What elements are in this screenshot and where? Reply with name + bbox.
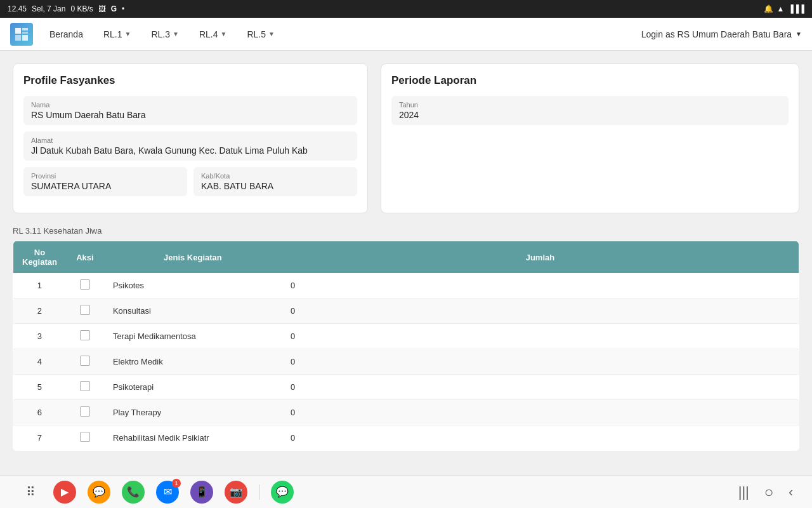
table-row: 7 Rehabilitasi Medik Psikiatr 0 <box>13 425 799 451</box>
row-jumlah: 0 <box>282 298 799 324</box>
alamat-label: Alamat <box>31 137 350 144</box>
row-aksi[interactable] <box>66 375 104 400</box>
nav-rl1[interactable]: RL.1 ▼ <box>100 27 134 42</box>
status-network: 0 KB/s <box>70 4 93 13</box>
popcorn-app-icon[interactable]: ▶ <box>53 481 76 504</box>
svg-rect-2 <box>22 32 28 34</box>
row-no: 4 <box>13 349 66 375</box>
row-checkbox[interactable] <box>80 279 90 290</box>
kab-value: KAB. BATU BARA <box>201 181 350 191</box>
period-card: Periode Laporan Tahun 2024 <box>381 64 799 213</box>
divider <box>259 485 259 500</box>
row-no: 5 <box>13 375 66 400</box>
camera-icon[interactable]: 📷 <box>225 481 247 504</box>
row-no: 6 <box>13 400 66 425</box>
whatsapp-icon[interactable]: 💬 <box>271 481 294 504</box>
svg-rect-0 <box>15 28 21 34</box>
row-aksi[interactable] <box>66 324 104 349</box>
col-jumlah: Jumlah <box>282 241 799 274</box>
row-jumlah: 0 <box>282 400 799 425</box>
wifi-icon: ▲ <box>777 4 785 13</box>
field-nama: Nama RS Umum Daerah Batu Bara <box>23 96 357 125</box>
nama-label: Nama <box>31 101 350 109</box>
login-info[interactable]: Login as RS Umum Daerah Batu Bara ▼ <box>641 29 802 39</box>
provinsi-label: Provinsi <box>31 172 180 180</box>
row-checkbox[interactable] <box>80 330 90 340</box>
main-content: Profile Fasyankes Nama RS Umum Daerah Ba… <box>0 51 812 475</box>
photo-icon: 🖼 <box>98 4 106 13</box>
svg-rect-1 <box>22 28 28 30</box>
chevron-down-icon: ▼ <box>796 30 802 37</box>
row-checkbox[interactable] <box>80 305 90 315</box>
row-jenis: Play Therapy <box>104 400 282 425</box>
status-bar: 12.45 Sel, 7 Jan 0 KB/s 🖼 G • 🔔 ▲ ▐▐▐ <box>0 0 812 18</box>
tahun-label: Tahun <box>399 101 781 109</box>
app-logo[interactable] <box>10 23 33 46</box>
home-button[interactable]: ○ <box>764 483 774 501</box>
field-alamat: Alamat Jl Datuk Kubah Batu Bara, Kwala G… <box>23 131 357 161</box>
col-no: No Kegiatan <box>13 241 66 274</box>
nav-beranda[interactable]: Beranda <box>46 27 87 42</box>
row-no: 3 <box>13 324 66 349</box>
row-checkbox[interactable] <box>80 356 90 366</box>
bottom-nav-controls: ||| ○ ‹ <box>738 483 793 501</box>
row-aksi[interactable] <box>66 349 104 375</box>
svg-rect-4 <box>22 35 28 41</box>
field-row-provinsi-kab: Provinsi SUMATERA UTARA Kab/Kota KAB. BA… <box>23 167 357 203</box>
messages-icon[interactable]: ✉ 1 <box>156 481 179 504</box>
table-row: 4 Elektro Medik 0 <box>13 349 799 375</box>
field-kab: Kab/Kota KAB. BATU BARA <box>193 167 357 196</box>
row-aksi[interactable] <box>66 425 104 451</box>
back-button[interactable]: ‹ <box>789 485 793 499</box>
bottom-bar: ⠿ ▶ 💬 📞 ✉ 1 📱 📷 💬 ||| ○ ‹ <box>0 475 812 508</box>
svg-rect-3 <box>15 35 21 41</box>
table-header-row: No Kegiatan Aksi Jenis Kegiatan Jumlah <box>13 241 799 274</box>
row-jenis: Psikotes <box>104 273 282 298</box>
grid-icon[interactable]: ⠿ <box>19 481 42 504</box>
row-jumlah: 0 <box>282 349 799 375</box>
recent-apps-button[interactable]: ||| <box>738 484 749 500</box>
chevron-down-icon: ▼ <box>220 30 226 37</box>
row-jenis: Rehabilitasi Medik Psikiatr <box>104 425 282 451</box>
row-jenis: Konsultasi <box>104 298 282 324</box>
nav-rl5[interactable]: RL.5 ▼ <box>243 27 278 42</box>
profile-card-title: Profile Fasyankes <box>23 74 357 87</box>
table-row: 3 Terapi Medikamentosa 0 <box>13 324 799 349</box>
field-provinsi: Provinsi SUMATERA UTARA <box>23 167 187 196</box>
cards-row: Profile Fasyankes Nama RS Umum Daerah Ba… <box>13 64 799 213</box>
row-jumlah: 0 <box>282 273 799 298</box>
chevron-down-icon: ▼ <box>173 30 179 37</box>
row-jumlah: 0 <box>282 425 799 451</box>
table-row: 2 Konsultasi 0 <box>13 298 799 324</box>
table-section: RL 3.11 Kesehatan Jiwa No Kegiatan Aksi … <box>13 226 799 451</box>
viber-icon[interactable]: 📱 <box>190 481 213 504</box>
row-jenis: Elektro Medik <box>104 349 282 375</box>
dot-menu-icon: • <box>122 4 124 13</box>
nav-rl4[interactable]: RL.4 ▼ <box>195 27 230 42</box>
period-card-title: Periode Laporan <box>391 74 789 87</box>
nama-value: RS Umum Daerah Batu Bara <box>31 110 350 120</box>
row-jumlah: 0 <box>282 324 799 349</box>
chat-orange-icon[interactable]: 💬 <box>88 481 110 504</box>
status-date: Sel, 7 Jan <box>32 4 65 13</box>
chevron-down-icon: ▼ <box>268 30 275 37</box>
table-row: 5 Psikoterapi 0 <box>13 375 799 400</box>
row-aksi[interactable] <box>66 400 104 425</box>
nav-rl3[interactable]: RL.3 ▼ <box>147 27 182 42</box>
row-checkbox[interactable] <box>80 381 90 391</box>
row-checkbox[interactable] <box>80 432 90 442</box>
row-aksi[interactable] <box>66 273 104 298</box>
signal-icon: ▐▐▐ <box>788 4 804 13</box>
row-checkbox[interactable] <box>80 406 90 417</box>
alarm-icon: 🔔 <box>764 4 773 13</box>
kab-label: Kab/Kota <box>201 172 350 180</box>
bottom-app-icons: ⠿ ▶ 💬 📞 ✉ 1 📱 📷 💬 <box>19 481 294 504</box>
table-row: 1 Psikotes 0 <box>13 273 799 298</box>
navbar: Beranda RL.1 ▼ RL.3 ▼ RL.4 ▼ RL.5 ▼ Logi… <box>0 18 812 51</box>
row-aksi[interactable] <box>66 298 104 324</box>
row-no: 7 <box>13 425 66 451</box>
col-aksi: Aksi <box>66 241 104 274</box>
row-no: 2 <box>13 298 66 324</box>
profile-card: Profile Fasyankes Nama RS Umum Daerah Ba… <box>13 64 368 213</box>
phone-icon[interactable]: 📞 <box>122 481 145 504</box>
